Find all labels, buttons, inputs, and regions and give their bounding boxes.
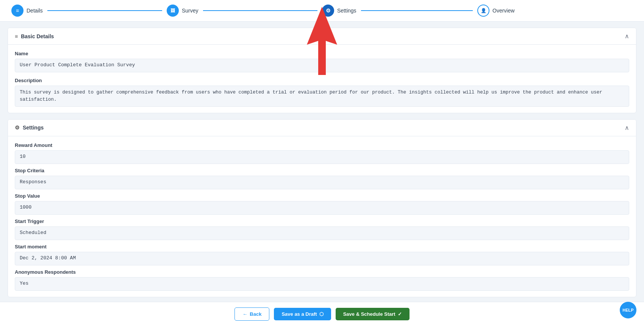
start-trigger-label: Start Trigger	[15, 218, 629, 224]
save-draft-button[interactable]: Save as a Draft ⬡	[274, 308, 331, 320]
settings-header-left: ⚙ Settings	[15, 125, 44, 131]
stop-criteria-value: Responses	[15, 176, 629, 189]
help-button[interactable]: HELP	[620, 302, 636, 318]
start-trigger-value: Scheduled	[15, 226, 629, 240]
basic-details-card: ≡ Basic Details ∧ Name User Product Comp…	[8, 28, 636, 113]
basic-details-title: Basic Details	[21, 33, 54, 39]
step-details-circle: ≡	[11, 5, 23, 17]
step-settings[interactable]: ⚙ Settings	[322, 5, 477, 17]
settings-title: Settings	[23, 125, 44, 131]
step-survey[interactable]: 🖼 Survey	[167, 5, 322, 17]
step-details[interactable]: ≡ Details	[11, 5, 167, 17]
start-moment-value: Dec 2, 2024 8:00 AM	[15, 252, 629, 265]
anonymous-respondents-value: Yes	[15, 277, 629, 291]
step-settings-circle: ⚙	[322, 5, 334, 17]
schedule-start-button[interactable]: Save & Schedule Start ✓	[336, 308, 410, 320]
description-value: This survey is designed to gather compre…	[15, 86, 629, 107]
step-line-2	[203, 10, 317, 11]
stop-value-value: 1000	[15, 201, 629, 215]
stop-criteria-label: Stop Criteria	[15, 168, 629, 173]
settings-icon: ⚙	[15, 125, 20, 131]
basic-details-body: Name User Product Complete Evaluation Su…	[8, 45, 636, 113]
description-label: Description	[15, 78, 629, 83]
step-details-label: Details	[27, 8, 43, 14]
back-arrow-icon: ←	[242, 311, 247, 317]
name-label: Name	[15, 51, 629, 56]
anonymous-respondents-label: Anonymous Respondents	[15, 269, 629, 275]
basic-details-icon: ≡	[15, 33, 18, 39]
settings-collapse-icon[interactable]: ∧	[625, 124, 629, 131]
settings-card: ⚙ Settings ∧ Reward Amount 10 Stop Crite…	[8, 119, 636, 297]
step-overview-label: Overview	[492, 8, 514, 14]
basic-details-header-left: ≡ Basic Details	[15, 33, 54, 39]
name-value: User Product Complete Evaluation Survey	[15, 59, 629, 72]
draft-icon: ⬡	[319, 311, 324, 317]
step-line-3	[361, 10, 473, 11]
action-bar: ← Back Save as a Draft ⬡ Save & Schedule…	[0, 302, 644, 326]
reward-amount-label: Reward Amount	[15, 142, 629, 148]
basic-details-header: ≡ Basic Details ∧	[8, 28, 636, 45]
stop-value-label: Stop Value	[15, 193, 629, 199]
settings-body: Reward Amount 10 Stop Criteria Responses…	[8, 136, 636, 297]
step-overview[interactable]: 👤 Overview	[477, 5, 633, 17]
start-moment-label: Start moment	[15, 244, 629, 250]
main-content: ≡ Basic Details ∧ Name User Product Comp…	[0, 22, 644, 326]
schedule-check-icon: ✓	[398, 311, 402, 317]
help-icon: HELP	[622, 308, 633, 312]
step-survey-label: Survey	[182, 8, 199, 14]
settings-header: ⚙ Settings ∧	[8, 120, 636, 136]
basic-details-collapse-icon[interactable]: ∧	[625, 33, 629, 40]
stepper: ≡ Details 🖼 Survey ⚙ Settings 👤 Overview	[0, 0, 644, 22]
step-line-1	[47, 10, 162, 11]
step-settings-label: Settings	[337, 8, 356, 14]
step-overview-circle: 👤	[477, 5, 489, 17]
back-button[interactable]: ← Back	[234, 307, 269, 321]
reward-amount-value: 10	[15, 150, 629, 164]
step-survey-circle: 🖼	[167, 5, 179, 17]
